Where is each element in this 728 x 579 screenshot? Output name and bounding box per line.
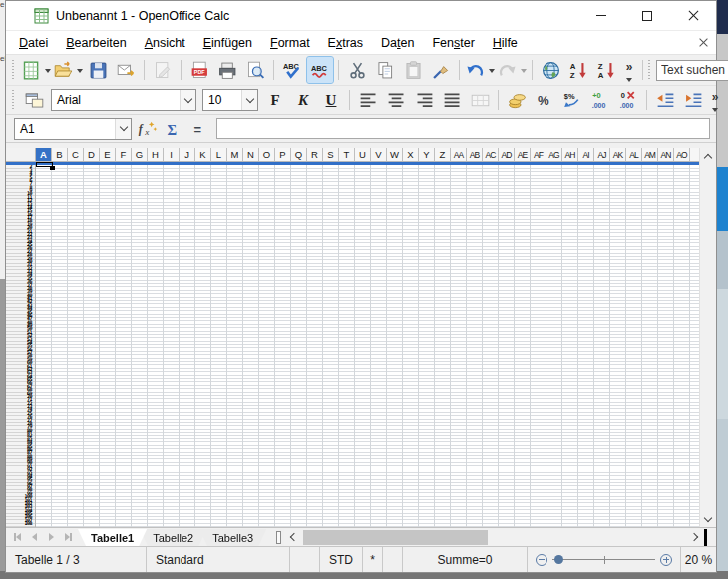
auto-spellcheck-button[interactable] [307,57,333,83]
zoom-slider[interactable] [528,547,681,572]
column-header-d[interactable]: D [84,148,100,161]
export-pdf-button[interactable] [186,57,212,83]
maximize-button[interactable] [624,1,670,30]
vertical-scroll-track[interactable] [700,164,716,511]
select-all-corner[interactable] [6,148,36,161]
column-header-o[interactable]: O [259,148,275,161]
font-size-combobox[interactable]: 10 [202,89,258,111]
last-sheet-button[interactable] [62,531,75,544]
document-modified[interactable]: * [363,547,383,572]
column-header-af[interactable]: AF [531,148,546,161]
save-button[interactable] [85,57,111,83]
column-header-k[interactable]: K [195,148,211,161]
align-left-button[interactable] [355,87,381,113]
first-sheet-button[interactable] [11,531,24,544]
page-preview-button[interactable] [242,57,268,83]
column-header-z[interactable]: Z [435,148,451,161]
column-header-an[interactable]: AN [658,148,674,161]
spreadsheet-cells[interactable] [36,162,699,527]
name-box[interactable]: A1 [14,118,132,140]
column-header-w[interactable]: W [387,148,403,161]
find-text-input[interactable] [656,60,728,81]
column-header-ah[interactable]: AH [562,148,578,161]
column-header-f[interactable]: F [116,148,132,161]
menu-datei[interactable]: Datei [10,33,57,53]
cell-grid[interactable]: 1234567891011121314151617181920212223242… [6,162,699,527]
menu-daten[interactable]: Daten [372,33,423,53]
sheet-position[interactable]: Tabelle 1 / 3 [6,547,147,572]
scroll-left-button[interactable] [284,529,301,545]
column-header-j[interactable]: J [180,148,195,161]
column-header-e[interactable]: E [100,148,116,161]
menu-hilfe[interactable]: Hilfe [484,33,527,53]
font-size-dropdown-button[interactable] [241,90,257,110]
sort-descending-button[interactable] [593,57,619,83]
styles-button[interactable] [21,87,47,113]
currency-format-button[interactable] [504,87,530,113]
next-sheet-button[interactable] [45,531,58,544]
format-paintbrush-button[interactable] [428,57,454,83]
scroll-down-button[interactable] [700,511,717,527]
column-header-aj[interactable]: AJ [594,148,610,161]
column-header-i[interactable]: I [164,148,180,161]
toolbar-grip[interactable] [11,60,16,80]
row-header[interactable]: 108 [6,522,35,525]
column-header-aa[interactable]: AA [451,148,467,161]
new-document-button[interactable] [21,57,51,83]
zoom-out-button[interactable] [536,554,547,566]
row-headers[interactable]: 1234567891011121314151617181920212223242… [6,162,36,527]
column-header-am[interactable]: AM [642,148,658,161]
name-box-dropdown-button[interactable] [115,119,131,139]
align-center-button[interactable] [383,87,409,113]
copy-button[interactable] [372,57,398,83]
increase-indent-button[interactable] [680,87,706,113]
toolbar-grip[interactable] [11,90,16,110]
column-header-ad[interactable]: AD [499,148,515,161]
sheet-tab-tabelle2[interactable]: Tabelle2 [140,529,206,546]
sheet-tab-tabelle1[interactable]: Tabelle1 [78,529,147,546]
cell-cursor-handle[interactable] [50,166,55,170]
column-header-ai[interactable]: AI [578,148,594,161]
standard-format-button[interactable] [559,87,585,113]
align-justify-button[interactable] [439,87,465,113]
menu-format[interactable]: Format [261,33,319,53]
scroll-up-button[interactable] [700,148,717,164]
column-header-al[interactable]: AL [626,148,642,161]
menu-ansicht[interactable]: Ansicht [136,33,194,53]
decrease-indent-button[interactable] [652,87,678,113]
zoom-slider-thumb[interactable] [554,555,563,564]
close-button[interactable] [670,1,716,30]
formatting-toolbar-overflow-button[interactable] [707,87,723,113]
column-header-ae[interactable]: AE [515,148,531,161]
column-header-a[interactable]: A [36,148,52,161]
italic-button[interactable]: K [290,87,316,113]
sheet-tab-tabelle3[interactable]: Tabelle3 [199,529,266,546]
column-header-s[interactable]: S [323,148,339,161]
delete-decimal-button[interactable] [615,87,641,113]
horizontal-scroll-track[interactable] [301,529,687,546]
column-header-ag[interactable]: AG [546,148,562,161]
close-document-button[interactable] [699,38,708,47]
column-header-n[interactable]: N [243,148,259,161]
percent-format-button[interactable] [532,87,557,113]
standard-toolbar-overflow[interactable] [621,57,637,83]
column-header-h[interactable]: H [148,148,164,161]
align-right-button[interactable] [411,87,437,113]
toolbar-grip[interactable] [647,60,652,80]
column-header-l[interactable]: L [211,148,227,161]
tab-scrollbar-splitter[interactable] [276,531,281,544]
column-header-v[interactable]: V [371,148,387,161]
add-decimal-button[interactable] [587,87,613,113]
minimize-button[interactable] [578,1,624,30]
previous-sheet-button[interactable] [28,531,41,544]
vertical-scrollbar[interactable] [699,148,716,527]
input-line[interactable] [216,118,710,139]
page-style[interactable]: Standard [147,547,290,572]
underline-button[interactable]: U [318,87,344,113]
column-header-ab[interactable]: AB [467,148,483,161]
spellcheck-button[interactable] [279,57,305,83]
column-header-y[interactable]: Y [419,148,435,161]
column-headers[interactable]: ABCDEFGHIJKLMNOPQRSTUVWXYZAAABACADAEAFAG… [6,148,699,162]
zoom-in-button[interactable] [660,554,672,566]
menu-bearbeiten[interactable]: Bearbeiten [57,33,135,53]
